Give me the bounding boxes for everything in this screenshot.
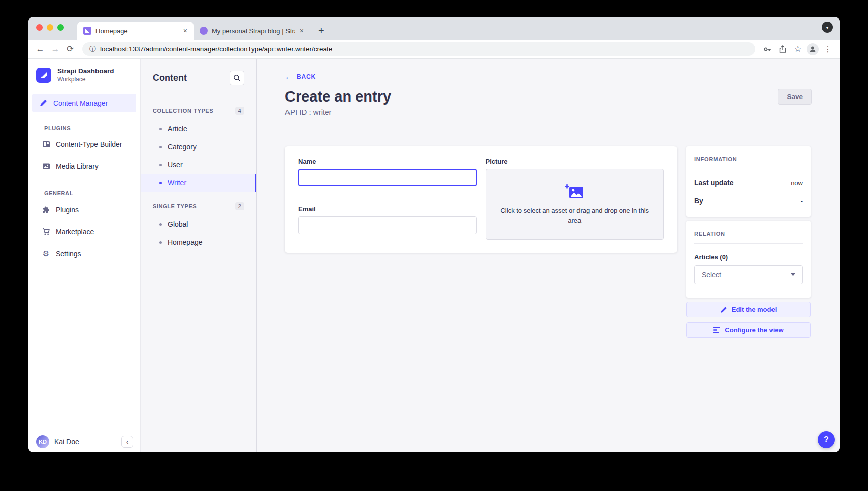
help-button[interactable]: ? [818, 431, 835, 448]
picture-label: Picture [486, 158, 664, 165]
edit-model-label: Edit the model [732, 306, 777, 313]
strapi-favicon-icon [83, 27, 91, 35]
subnav-item-category[interactable]: Category [141, 138, 256, 156]
configure-view-button[interactable]: Configure the view [686, 322, 811, 338]
divider [153, 95, 165, 95]
subnav-item-label: Global [168, 220, 188, 228]
sidebar-item-label: Media Library [56, 162, 99, 170]
add-image-icon [565, 183, 584, 200]
password-key-icon[interactable] [761, 45, 774, 54]
content-subnav: Content COLLECTION TYPES 4 Article Categ… [141, 59, 257, 452]
sidebar-item-content-type-builder[interactable]: Content-Type Builder [28, 133, 140, 155]
minimize-window-button[interactable] [47, 24, 53, 31]
main-content: ← BACK Create an entry Save API ID : wri… [257, 59, 840, 452]
by-row: By - [694, 197, 803, 205]
puzzle-icon [42, 206, 50, 214]
name-field: Name [298, 158, 477, 192]
brand-title: Strapi Dashboard [57, 67, 114, 75]
picture-upload-dropzone[interactable]: Click to select an asset or drag and dro… [486, 169, 664, 240]
brand-subtitle: Workplace [57, 76, 114, 83]
strapi-app: Strapi Dashboard Workplace Content Manag… [28, 59, 840, 452]
tab-strapi-blog[interactable]: My personal Strapi blog | Strap × [194, 22, 310, 40]
collection-types-count-badge: 4 [235, 107, 244, 115]
section-header: GENERAL [28, 190, 140, 197]
articles-relation-label: Articles (0) [694, 253, 803, 261]
info-label: Last update [694, 179, 734, 187]
filter-lines-icon [713, 327, 720, 333]
back-button[interactable]: ← [34, 44, 46, 54]
info-value: - [801, 197, 803, 205]
name-input[interactable] [298, 169, 477, 186]
information-panel: INFORMATION Last update now By - [686, 146, 811, 217]
user-row: KD Kai Doe ‹ [28, 431, 140, 452]
sidebar-item-media-library[interactable]: Media Library [28, 155, 140, 177]
tab-title: Homepage [95, 27, 178, 35]
subnav-item-global[interactable]: Global [141, 215, 256, 233]
bullet-icon [159, 223, 162, 226]
edit-model-button[interactable]: Edit the model [686, 302, 811, 317]
browser-menu-icon[interactable]: ⋮ [822, 45, 834, 54]
right-panel: INFORMATION Last update now By - RELATIO… [686, 146, 811, 338]
tab-separator [311, 26, 311, 36]
sidebar-item-content-manager[interactable]: Content Manager [32, 94, 136, 112]
forward-button[interactable]: → [49, 44, 61, 54]
media-icon [42, 162, 50, 170]
new-tab-button[interactable]: + [314, 25, 328, 37]
user-name: Kai Doe [54, 438, 116, 446]
subnav-item-homepage[interactable]: Homepage [141, 233, 256, 251]
divider [694, 243, 803, 244]
back-link[interactable]: ← BACK [285, 72, 316, 81]
address-bar[interactable]: ⓘ localhost:1337/admin/content-manager/c… [82, 42, 755, 56]
gear-icon: ⚙ [42, 249, 50, 258]
traffic-lights [36, 24, 64, 31]
relation-panel: RELATION Articles (0) Select [686, 221, 811, 298]
pencil-icon [720, 306, 727, 313]
sidebar-item-marketplace[interactable]: Marketplace [28, 221, 140, 243]
back-arrow-icon: ← [285, 72, 293, 81]
subnav-item-label: Article [168, 125, 187, 133]
email-label: Email [298, 205, 477, 213]
close-tab-icon[interactable]: × [182, 27, 188, 35]
group-label-collection-types: COLLECTION TYPES [153, 108, 213, 114]
tab-homepage[interactable]: Homepage × [77, 22, 194, 40]
subnav-item-user[interactable]: User [141, 156, 256, 174]
page-title: Create an entry [285, 88, 391, 105]
plugins-section: PLUGINS Content-Type Builder Media Libra… [28, 125, 140, 177]
close-tab-icon[interactable]: × [299, 27, 305, 35]
bullet-icon [159, 241, 162, 244]
sidebar-item-label: Content-Type Builder [56, 140, 122, 148]
save-button[interactable]: Save [778, 89, 812, 105]
bullet-icon [159, 182, 162, 184]
browser-profile-avatar[interactable] [807, 43, 819, 55]
blog-favicon-icon [200, 27, 208, 35]
articles-select[interactable]: Select [694, 265, 803, 284]
share-icon[interactable] [777, 45, 789, 54]
tab-title: My personal Strapi blog | Strap [212, 27, 295, 35]
reload-button[interactable]: ⟳ [64, 44, 76, 54]
subnav-item-label: Writer [168, 179, 186, 187]
url-text: localhost:1337/admin/content-manager/col… [100, 45, 332, 53]
tab-search-button[interactable]: ▾ [822, 22, 833, 33]
picture-field: Picture Click [486, 158, 664, 240]
maximize-window-button[interactable] [57, 24, 64, 31]
select-placeholder: Select [702, 271, 721, 279]
close-window-button[interactable] [36, 24, 43, 31]
chevron-down-icon [791, 273, 795, 276]
search-button[interactable] [230, 71, 244, 85]
sidebar-item-label: Settings [56, 250, 81, 258]
api-id-subtitle: API ID : writer [285, 108, 812, 116]
site-info-icon[interactable]: ⓘ [89, 45, 96, 54]
bookmark-star-icon[interactable]: ☆ [792, 44, 804, 54]
sidebar-item-label: Content Manager [53, 99, 108, 107]
browser-window: Homepage × My personal Strapi blog | Str… [28, 17, 840, 452]
subnav-item-article[interactable]: Article [141, 120, 256, 138]
email-field: Email [298, 205, 477, 240]
sidebar-item-label: Marketplace [56, 228, 94, 236]
email-input[interactable] [298, 216, 477, 234]
collapse-sidebar-button[interactable]: ‹ [121, 436, 133, 448]
info-label: By [694, 197, 703, 205]
sidebar-item-plugins[interactable]: Plugins [28, 199, 140, 221]
subnav-item-label: Category [168, 143, 197, 151]
sidebar-item-settings[interactable]: ⚙ Settings [28, 243, 140, 265]
subnav-item-writer[interactable]: Writer [141, 174, 256, 192]
